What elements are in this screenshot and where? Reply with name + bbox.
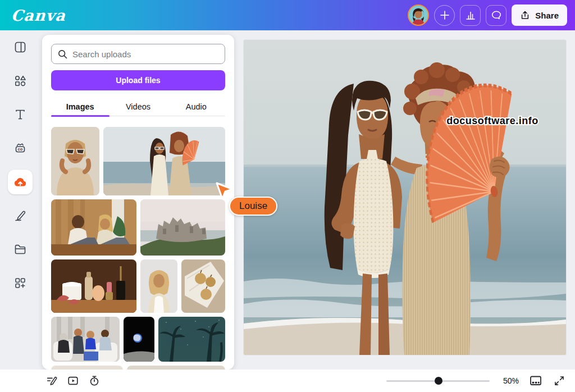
tab-audio[interactable]: Audio [167,97,225,116]
thumbnail-image [181,259,225,313]
thumbnail-cosmetics-still-life[interactable] [51,259,136,313]
upload-cloud-icon [12,174,28,190]
thumbnail-image [124,317,154,362]
uploads-panel: Upload files Images Videos Audio [42,35,234,370]
thumbnail-image [51,127,99,195]
tab-videos[interactable]: Videos [109,97,167,116]
plus-icon [440,10,450,20]
comments-button[interactable] [486,5,506,26]
sidebar-item-brand[interactable]: co [7,135,34,162]
add-member-button[interactable] [434,5,455,26]
fullscreen-button[interactable] [553,374,566,388]
thumbnail-image [158,317,225,362]
avatar-image [409,6,428,25]
search-box [51,44,225,64]
thumbnail-woman-sunglasses-portrait[interactable] [51,127,99,195]
search-icon [57,49,68,60]
share-button[interactable]: Share [512,4,567,26]
thumbnail-image [51,259,136,313]
grid-view-icon [529,374,542,388]
thumbnail-image [51,199,136,256]
thumbnail-earthrise-moon[interactable] [124,317,154,362]
sidebar-item-elements[interactable] [7,67,34,94]
sidebar-item-text[interactable] [7,101,34,128]
sidebar-item-projects[interactable] [7,236,34,263]
thumbnail-partial[interactable] [127,366,225,370]
canva-editor: Canva [0,0,575,392]
bar-chart-icon [465,10,476,21]
thumbnail-blonde-woman-portrait[interactable] [140,259,177,313]
uploads-tabs: Images Videos Audio [51,97,225,116]
text-icon [13,108,27,121]
timer-icon [88,375,101,387]
zoom-slider[interactable] [386,377,490,385]
sidebar-item-uploads[interactable] [8,170,33,194]
play-icon [67,375,79,387]
watermark-text: docusoftware.info [446,115,539,126]
brand-co-icon: co [13,141,28,156]
template-icon [13,40,27,54]
draw-pen-icon [13,209,27,222]
timer-button[interactable] [88,374,101,388]
present-button[interactable] [66,374,80,388]
sidebar-item-design[interactable] [7,34,34,61]
insights-button[interactable] [460,5,481,26]
avatar[interactable] [408,4,429,26]
svg-text:co: co [18,147,23,152]
search-input[interactable] [72,49,219,59]
bottombar-left [45,374,101,388]
active-tab-underline [51,115,109,117]
notes-button[interactable] [45,374,58,388]
notes-icon [45,375,58,387]
thumbnail-pears-on-cloth[interactable] [181,259,225,313]
apps-plus-icon [13,276,27,290]
zoom-slider-thumb[interactable] [435,377,442,385]
workspace: co [0,30,575,370]
topbar: Canva [0,0,575,30]
thumbnail-castle-ruins-hill[interactable] [140,199,225,256]
sidebar-item-apps[interactable] [7,270,34,297]
thumbnail-group-on-sofas[interactable] [51,317,120,362]
canvas-page[interactable]: docusoftware.info [244,40,566,355]
bottombar: 50% [0,370,575,392]
thumbnail-image [51,317,120,362]
shapes-icon [13,74,27,88]
thumbnail-beach-two-women-fan[interactable] [103,127,225,195]
sidebar-item-draw[interactable] [7,202,34,229]
beach-photo: docusoftware.info [244,40,566,355]
upload-files-button[interactable]: Upload files [51,70,225,90]
bottombar-right: 50% [386,374,566,388]
share-upload-icon [520,10,530,20]
pages-view-button[interactable] [529,374,542,388]
thumbnail-palm-trees-night[interactable] [158,317,225,362]
thumbnail-partial[interactable] [51,366,123,370]
thumbnail-office-two-people-laptops[interactable] [51,199,136,256]
topbar-actions: Share [408,4,567,26]
folder-icon [13,243,27,256]
thumbnail-image [140,199,225,256]
uploads-grid [51,127,225,370]
chat-bubble-icon [491,10,502,21]
zoom-level[interactable]: 50% [500,376,519,385]
canva-logo[interactable]: Canva [11,7,66,24]
thumbnail-image [140,259,177,313]
sidebar: co [0,30,40,370]
share-button-label: Share [535,11,559,20]
thumbnail-image [103,127,225,195]
tab-images[interactable]: Images [51,97,109,116]
expand-arrows-icon [554,375,565,386]
